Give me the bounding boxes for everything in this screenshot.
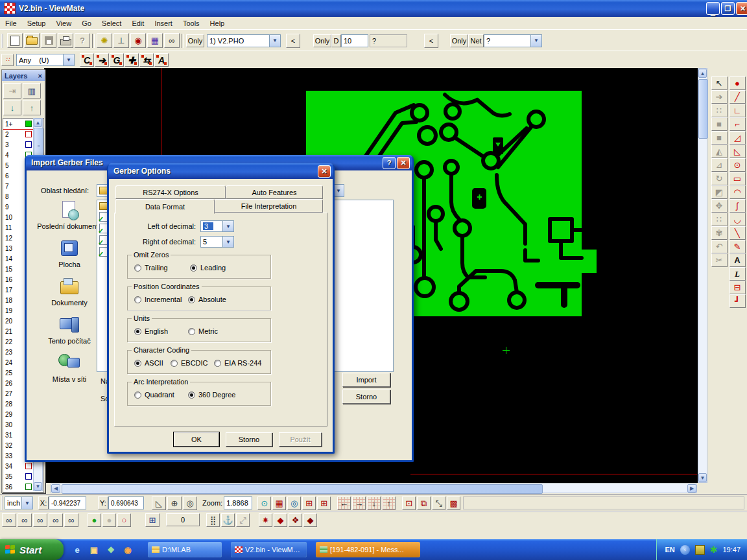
settings-gear-button[interactable]: ✾: [711, 226, 728, 240]
aperture-g-button[interactable]: G: [110, 53, 124, 67]
move-copy-button[interactable]: ➔: [711, 90, 728, 104]
place-recent-documents[interactable]: Poslední dokumenty: [33, 201, 106, 230]
zoom-in-button[interactable]: ⊙: [257, 496, 271, 510]
radio-button[interactable]: [134, 264, 141, 272]
draw-line-button[interactable]: ╱: [729, 90, 746, 104]
aperture-pattern-icon[interactable]: ∷: [1, 54, 14, 66]
radio-quadrant[interactable]: Quadrant: [134, 391, 174, 399]
layer-select-combo[interactable]: 1) V2.PHO ▼: [207, 34, 281, 47]
zoom-grid-button[interactable]: ▦: [272, 496, 286, 510]
select-area-button[interactable]: ⤡: [432, 496, 445, 510]
pad-rotate-button[interactable]: ❖: [289, 513, 302, 527]
dcode-value-field[interactable]: 10: [341, 34, 368, 47]
layer-swatch[interactable]: [25, 484, 32, 490]
draw-pencil-button[interactable]: ✎: [729, 240, 746, 253]
l-text-tool-button[interactable]: L: [729, 267, 746, 281]
close-icon[interactable]: ×: [38, 72, 42, 80]
move-item-button[interactable]: ✥: [711, 199, 728, 213]
chevron-down-icon[interactable]: ▼: [21, 497, 32, 509]
film-layers-button[interactable]: ▥: [23, 83, 41, 99]
aperture-goto-button[interactable]: ➔: [95, 53, 109, 67]
grid-table-button[interactable]: ⊞: [145, 513, 160, 527]
y-label-button[interactable]: Y:: [98, 496, 108, 509]
measure-glasses-button[interactable]: ∞: [164, 33, 180, 48]
select-items-button[interactable]: ▩: [447, 496, 460, 510]
place-network-places[interactable]: Místa v síti: [33, 354, 106, 383]
draw-triangle-button[interactable]: ◺: [729, 145, 746, 158]
target-origin-button[interactable]: ⊕: [167, 496, 182, 510]
prev-dcode-button[interactable]: <: [286, 34, 300, 48]
pad-mode-button[interactable]: ◆: [274, 513, 287, 527]
draw-rectangle-button[interactable]: ▭: [729, 172, 746, 185]
pan-up-button[interactable]: ↑: [382, 496, 396, 510]
restore-button[interactable]: ❐: [721, 2, 735, 15]
pan-right-button[interactable]: →: [352, 496, 366, 510]
mirror-horizontal-button[interactable]: ⊿: [711, 158, 728, 172]
new-file-button[interactable]: [7, 33, 23, 48]
layer-swatch[interactable]: [25, 141, 32, 148]
flash-highlight-button[interactable]: ✺: [97, 33, 112, 48]
task-folder[interactable]: D:\MLAB: [148, 542, 222, 557]
radio-button[interactable]: [134, 391, 141, 399]
tab-data-format[interactable]: Data Format: [115, 199, 215, 214]
radio-ascii[interactable]: ASCII: [134, 359, 163, 367]
pad-corner-button[interactable]: ◆: [303, 513, 317, 527]
only-net-button[interactable]: Only: [450, 34, 468, 47]
layer-swatch[interactable]: [25, 121, 32, 127]
chevron-down-icon[interactable]: ▼: [63, 54, 74, 65]
firefox-button[interactable]: ◉: [122, 544, 134, 555]
lamp-on-button[interactable]: ●: [88, 513, 101, 527]
chevron-down-icon[interactable]: ▼: [222, 221, 233, 231]
pad-highlight-button[interactable]: ◉: [130, 33, 146, 48]
snap-arrows-button[interactable]: ⤢: [236, 513, 250, 527]
scroll-left-button[interactable]: ◀: [51, 484, 60, 493]
left-decimal-combo[interactable]: 3 ▼: [200, 220, 234, 232]
draw-angle-arc-button[interactable]: ◿: [729, 131, 746, 145]
y-coordinate-field[interactable]: 0.690643: [108, 496, 144, 509]
help-button[interactable]: ?: [383, 157, 396, 169]
x-coordinate-field[interactable]: -0.942237: [49, 496, 86, 509]
locate-point-button[interactable]: ◎: [183, 496, 197, 510]
radio-button[interactable]: [190, 264, 197, 272]
close-button[interactable]: ✕: [736, 2, 747, 15]
radio-ebcdic[interactable]: EBCDIC: [171, 359, 208, 367]
view-polygons-button[interactable]: ∞: [49, 513, 63, 527]
task-message[interactable]: [191-482-091] - Mess...: [316, 542, 420, 557]
anchor-button[interactable]: ⚓: [221, 513, 235, 527]
aperture-c-button[interactable]: C: [80, 53, 94, 67]
menu-insert[interactable]: Insert: [149, 18, 178, 29]
draw-curve-button[interactable]: ∫: [729, 199, 746, 213]
x-label-button[interactable]: X:: [38, 496, 49, 509]
view-dcodes-button[interactable]: ∞: [2, 513, 16, 527]
draw-arc-bottom-button[interactable]: ◡: [729, 213, 746, 226]
print-button[interactable]: [58, 33, 73, 48]
radio-trailing[interactable]: Trailing: [134, 264, 168, 272]
start-button[interactable]: Start: [0, 539, 64, 560]
hide-icons-button[interactable]: ‹: [680, 545, 690, 555]
clock[interactable]: 19:47: [722, 546, 741, 554]
radio-button[interactable]: [134, 360, 141, 367]
open-file-button[interactable]: [24, 33, 40, 48]
radio-360-degree[interactable]: 360 Degree: [188, 391, 236, 399]
dcode-button[interactable]: D: [331, 34, 341, 47]
close-button[interactable]: ✕: [397, 157, 410, 169]
zoom-value-field[interactable]: 1.8868: [224, 496, 252, 509]
draw-arc-top-button[interactable]: ◠: [729, 185, 746, 199]
draw-corner-button[interactable]: ⌐: [729, 117, 746, 131]
layers-panel-title[interactable]: Layers ×: [2, 70, 45, 81]
window-move-button[interactable]: ⧉: [417, 496, 431, 510]
cancel-button[interactable]: Storno: [342, 390, 390, 404]
filled-square2-button[interactable]: ■: [711, 131, 728, 145]
menu-edit[interactable]: Edit: [126, 18, 149, 29]
search-folder-button[interactable]: ▣: [88, 544, 100, 555]
layer-swatch[interactable]: [25, 473, 32, 480]
pointer-tool-button[interactable]: ↖: [711, 76, 728, 90]
draw-polyline-button[interactable]: ∟: [729, 104, 746, 117]
chevron-down-icon[interactable]: ▼: [269, 35, 280, 47]
text-tool-button[interactable]: A: [729, 253, 746, 267]
paste-pattern-button[interactable]: ∷: [711, 104, 728, 117]
cancel-button[interactable]: Storno: [226, 432, 272, 447]
scroll-thumb[interactable]: [698, 79, 708, 139]
aperture-text-button[interactable]: A: [154, 53, 169, 67]
menu-setup[interactable]: Setup: [22, 18, 51, 29]
